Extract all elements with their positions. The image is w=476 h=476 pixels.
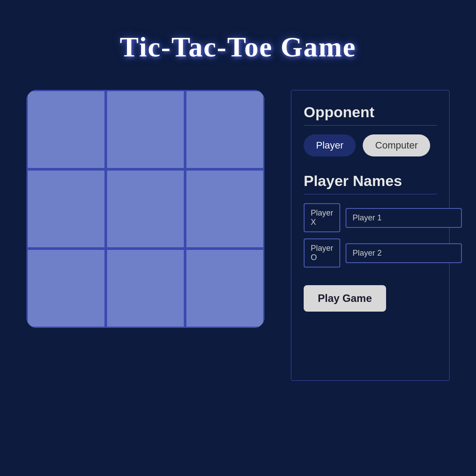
cell-8[interactable] <box>185 249 264 328</box>
player-opponent-button[interactable]: Player <box>304 134 356 156</box>
cell-2[interactable] <box>185 90 264 169</box>
board-container <box>26 90 264 337</box>
cell-7[interactable] <box>106 249 185 328</box>
player-names-divider <box>304 194 437 194</box>
player-x-row: Player X <box>304 203 437 232</box>
cell-0[interactable] <box>26 90 106 169</box>
player-o-label: Player O <box>304 238 340 268</box>
player-names-title: Player Names <box>304 172 437 190</box>
side-panel: Opponent Player Computer Player Names Pl… <box>291 90 450 381</box>
page-title: Tic-Tac-Toe Game <box>120 31 356 63</box>
cell-5[interactable] <box>185 169 264 249</box>
cell-6[interactable] <box>26 249 106 328</box>
player-x-input[interactable] <box>346 208 462 228</box>
player-x-label: Player X <box>304 203 340 232</box>
opponent-buttons: Player Computer <box>304 134 437 156</box>
cell-1[interactable] <box>106 90 185 169</box>
play-game-button[interactable]: Play Game <box>304 285 386 312</box>
player-names-section: Player Names Player X Player O <box>304 172 437 274</box>
main-content: Opponent Player Computer Player Names Pl… <box>26 90 450 381</box>
game-board[interactable] <box>26 90 264 328</box>
player-o-row: Player O <box>304 238 437 268</box>
player-o-input[interactable] <box>346 243 462 263</box>
computer-opponent-button[interactable]: Computer <box>363 134 430 156</box>
opponent-section-title: Opponent <box>304 104 437 121</box>
cell-4[interactable] <box>106 169 185 249</box>
opponent-divider <box>304 125 437 126</box>
cell-3[interactable] <box>26 169 106 249</box>
